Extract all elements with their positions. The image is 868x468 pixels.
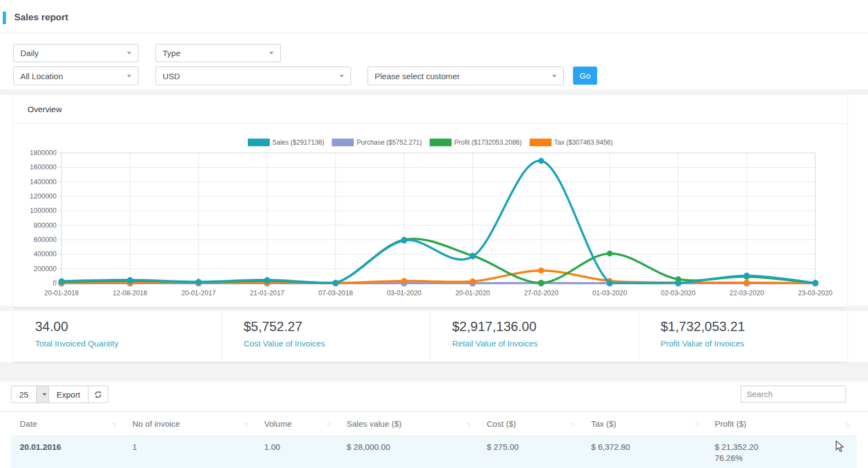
chart-point-tax[interactable] [470,278,476,284]
cell-value: 1.00 [264,442,330,453]
chart-point-sales[interactable] [264,277,270,283]
chart-point-sales[interactable] [333,280,339,286]
chart-point-sales[interactable] [59,278,65,284]
page-size-value: 25 [12,386,36,403]
summary-value: 34.00 [35,319,221,334]
sort-icon: ↑↓ [326,421,330,427]
column-header-date[interactable]: Date↑↓ [11,412,124,436]
column-label: Profit ($) [715,419,747,428]
summary-label: Profit Value of Invoices [661,339,848,348]
currency-select-value: USD [163,71,335,81]
column-header-volume[interactable]: Volume↑↓ [255,412,338,436]
cell-value: $ 28,000.00 [347,442,470,453]
chart-point-tax[interactable] [401,278,407,284]
chart-point-profit[interactable] [607,251,613,257]
column-header-tax[interactable]: Tax ($)↑↓ [582,412,706,436]
chart-point-tax[interactable] [538,268,544,274]
y-axis-label: 0 [53,279,57,287]
summary-value: $5,752.27 [244,319,430,334]
cell-cost: $ 275.00 [478,436,582,468]
sort-icon: ↑↓ [466,421,470,427]
column-header-profit[interactable]: Profit ($)↑↓ [706,412,857,436]
chart-point-sales[interactable] [675,280,681,286]
chart-point-sales[interactable] [607,280,613,286]
y-axis-label: 1800000 [30,149,57,157]
chart-point-profit[interactable] [538,280,544,286]
sort-icon: ↑↓ [845,421,849,427]
cell-tax: $ 6,372.80 [582,436,706,468]
overview-card: Overview Sales ($2917136)Purchase ($5752… [13,95,847,307]
chevron-down-icon [36,386,48,403]
summary-cost-value-of-invoices: $5,752.27Cost Value of Invoices [222,311,431,362]
chart-point-tax[interactable] [744,280,750,286]
chart-point-sales[interactable] [470,254,476,260]
chart-point-sales[interactable] [401,238,407,244]
chevron-down-icon [269,52,274,54]
overview-title: Overview [27,104,62,114]
overview-divider [13,123,847,124]
cell-no-of-invoice: 1 [124,436,255,468]
mouse-cursor [836,441,847,453]
cell-profit: $ 21,352.2076.26% [706,436,857,468]
table-header-row: Date↑↓No of invoice↑↓Volume↑↓Sales value… [11,412,857,436]
summary-label: Cost Value of Invoices [244,339,430,348]
location-select[interactable]: All Location [13,67,138,85]
section-gap [0,362,868,382]
column-header-no-of-invoice[interactable]: No of invoice↑↓ [124,412,255,436]
currency-select[interactable]: USD [155,67,351,85]
summary-profit-value-of-invoices: $1,732,053.21Profit Value of Invoices [639,311,848,362]
customer-select-placeholder: Please select customer [375,71,548,81]
chart-point-sales[interactable] [538,158,544,164]
summary-value: $2,917,136.00 [452,319,638,334]
column-label: Date [20,419,37,428]
chevron-down-icon [127,75,131,78]
y-axis-label: 1000000 [30,207,57,214]
chart-line-sales [62,161,815,283]
y-axis-label: 1400000 [30,178,57,186]
chart-point-sales[interactable] [196,279,202,285]
sort-icon: ↑↓ [694,421,698,427]
y-axis-label: 600000 [34,236,57,244]
column-header-cost[interactable]: Cost ($)↑↓ [478,412,582,436]
x-axis-label: 03-01-2020 [387,289,421,297]
summary-total-invoiced-quantity: 34.00Total Invoiced Quantity [13,311,222,362]
cell-date: 20.01.2016 [11,436,124,468]
x-axis-label: 07-03-2018 [318,289,353,297]
search-input[interactable] [741,386,846,403]
x-axis-label: 27-02-2020 [524,289,559,297]
refresh-icon [94,390,102,399]
x-axis-label: 01-03-2020 [592,289,627,297]
export-button[interactable]: Export [49,386,88,403]
column-label: Tax ($) [591,419,616,428]
page-size-select[interactable]: 25 [11,386,49,403]
page-title: Sales report [14,12,68,23]
table-controls: 25 Export [11,386,108,403]
chart-point-sales[interactable] [127,277,133,283]
x-axis-label: 22-03-2020 [730,289,764,297]
chart-point-sales[interactable] [813,280,819,286]
x-axis-label: 21-01-2017 [250,289,285,297]
refresh-button[interactable] [88,386,108,403]
table-row[interactable]: 20.01.201611.00$ 28,000.00$ 275.00$ 6,37… [11,436,857,468]
cell-value: $ 275.00 [487,442,575,453]
sales-line-chart: 0200000400000600000800000100000012000001… [13,128,847,304]
period-select[interactable]: Daily [13,44,138,62]
section-gap [0,90,868,95]
cell-sales-value: $ 28,000.00 [338,436,478,468]
location-select-value: All Location [20,71,123,81]
chart-point-sales[interactable] [744,273,750,279]
cell-value: $ 21,352.20 [715,442,849,453]
type-select[interactable]: Type [155,44,281,62]
y-axis-label: 1600000 [30,163,57,171]
plot-border [62,153,815,283]
go-button[interactable]: Go [573,67,597,85]
cell-value: 1 [132,442,248,453]
y-axis-label: 800000 [34,222,57,229]
summary-value: $1,732,053.21 [661,319,848,334]
cell-volume: 1.00 [255,436,338,468]
x-axis-label: 20-01-2016 [44,289,79,297]
column-header-sales-value[interactable]: Sales value ($)↑↓ [338,412,478,436]
cell-value: $ 6,372.80 [591,442,698,453]
column-label: Cost ($) [487,419,516,428]
customer-select[interactable]: Please select customer [368,67,564,85]
